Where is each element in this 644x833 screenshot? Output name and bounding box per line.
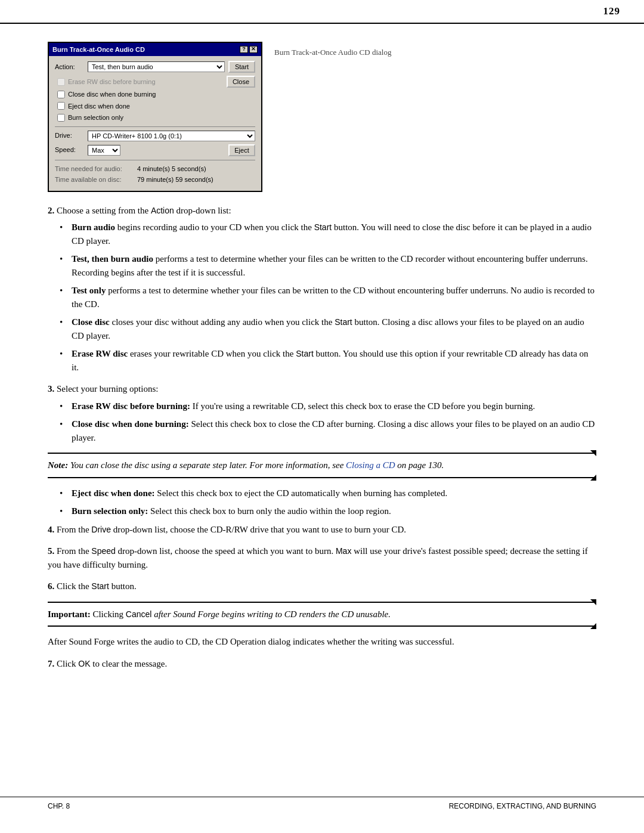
dialog-container: Burn Track-at-Once Audio CD ? ✕ Action: … (48, 42, 596, 192)
checkbox-eject: Eject disc when done (55, 101, 255, 112)
dialog-time-info: Time needed for audio: 4 minute(s) 5 sec… (55, 164, 255, 185)
drive-row: Drive: HP CD-Writer+ 8100 1.0g (0:1) (55, 131, 255, 141)
step-7-text: 7. Click OK to clear the message. (48, 657, 596, 671)
closing-cd-link[interactable]: Closing a CD (346, 460, 395, 470)
step-4-text: 4. From the Drive drop-down list, choose… (48, 523, 596, 537)
after-important: After Sound Forge writes the audio to CD… (48, 635, 596, 649)
dialog-separator2 (55, 160, 255, 160)
bullet-close-disc-done: Close disc when done burning: Select thi… (66, 417, 596, 444)
bullet-burn-audio: Burn audio begins recording audio to you… (66, 221, 596, 247)
step-2: 2. Choose a setting from the Action drop… (48, 204, 596, 374)
step-4-number: 4. (48, 525, 54, 534)
bullet-close-disc-bold: Close disc (72, 317, 110, 327)
step-5: 5. From the Speed drop-down list, choose… (48, 544, 596, 571)
dialog-body: Action: Test, then burn audio Start Eras… (49, 56, 261, 191)
bullet-test-burn-bold: Test, then burn audio (72, 254, 153, 264)
step-2-number: 2. (48, 206, 54, 215)
speed-row: Speed: Max Eject (55, 144, 255, 156)
checkbox-erase-rw-input[interactable] (57, 78, 65, 86)
dialog-title: Burn Track-at-Once Audio CD (52, 45, 145, 55)
checkbox-close-disc-label: Close disc when done burning (68, 89, 156, 100)
drive-select[interactable]: HP CD-Writer+ 8100 1.0g (0:1) (88, 131, 255, 141)
checkbox-burn-selection-label: Burn selection only (68, 113, 123, 123)
checkbox-close-disc-input[interactable] (57, 91, 65, 98)
bullet-test-burn: Test, then burn audio performs a test to… (66, 252, 596, 279)
step-4: 4. From the Drive drop-down list, choose… (48, 523, 596, 537)
bullet-burn-selection-bold: Burn selection only: (72, 506, 148, 516)
important-body: Clicking Cancel after Sound Forge begins… (92, 609, 391, 619)
dialog-close-button[interactable]: ✕ (249, 46, 258, 53)
bullet-burn-audio-bold: Burn audio (72, 222, 115, 232)
dialog-window: Burn Track-at-Once Audio CD ? ✕ Action: … (48, 42, 262, 192)
step-5-number: 5. (48, 546, 54, 556)
checkbox-eject-label: Eject disc when done (68, 101, 130, 112)
time-available-value: 79 minute(s) 59 second(s) (137, 175, 213, 185)
close-button[interactable]: Close (227, 76, 255, 88)
bullet-close-disc: Close disc closes your disc without addi… (66, 315, 596, 342)
bullet-erase-rw-bold: Erase RW disc (72, 349, 128, 358)
important-box: Important: Clicking Cancel after Sound F… (48, 602, 596, 627)
eject-button[interactable]: Eject (228, 144, 255, 156)
footer-chapter-title: RECORDING, EXTRACTING, AND BURNING (449, 801, 596, 812)
time-available-row: Time available on disc: 79 minute(s) 59 … (55, 175, 255, 185)
important-text: Important: Clicking Cancel after Sound F… (48, 608, 596, 621)
important-label: Important: (48, 609, 91, 619)
action-label: Action: (55, 62, 88, 72)
step-3-text: 3. Select your burning options: (48, 382, 596, 396)
step-7: 7. Click OK to clear the message. (48, 657, 596, 671)
checkbox-erase-rw: Erase RW disc before burning Close (55, 76, 255, 88)
step-6-text: 6. Click the Start button. (48, 580, 596, 593)
bullet-test-only-bold: Test only (72, 286, 106, 295)
checkbox-burn-selection: Burn selection only (55, 113, 255, 123)
after-important-text: After Sound Forge writes the audio to CD… (48, 635, 596, 649)
step-3-continued-bullets: Eject disc when done: Select this check … (66, 487, 596, 518)
bullet-test-only: Test only performs a test to determine w… (66, 284, 596, 311)
note-label: Note: (48, 460, 68, 470)
start-button[interactable]: Start (228, 61, 255, 73)
dialog-help-button[interactable]: ? (240, 46, 248, 53)
time-needed-label: Time needed for audio: (55, 164, 132, 174)
bullet-eject-when-done: Eject disc when done: Select this check … (66, 487, 596, 500)
dialog-separator1 (55, 126, 255, 127)
dialog-titlebar: Burn Track-at-Once Audio CD ? ✕ (49, 43, 261, 57)
note-text: Note: You can close the disc using a sep… (48, 459, 596, 472)
drive-label: Drive: (55, 131, 88, 141)
speed-select[interactable]: Max (88, 145, 120, 156)
main-content: Burn Track-at-Once Audio CD ? ✕ Action: … (0, 24, 644, 715)
step-3-number: 3. (48, 384, 54, 394)
checkbox-burn-selection-input[interactable] (57, 114, 65, 122)
time-needed-value: 4 minute(s) 5 second(s) (137, 164, 206, 174)
step-5-text: 5. From the Speed drop-down list, choose… (48, 544, 596, 571)
checkbox-erase-rw-label: Erase RW disc before burning (68, 77, 156, 87)
action-select[interactable]: Test, then burn audio (88, 61, 225, 72)
footer: CHP. 8 RECORDING, EXTRACTING, AND BURNIN… (0, 797, 644, 815)
step-2-text: 2. Choose a setting from the Action drop… (48, 204, 596, 218)
step-2-bullets: Burn audio begins recording audio to you… (66, 221, 596, 374)
step-6-number: 6. (48, 581, 54, 591)
bullet-erase-rw-before-bold: Erase RW disc before burning: (72, 401, 190, 411)
time-available-label: Time available on disc: (55, 175, 132, 185)
bullet-erase-rw-before: Erase RW disc before burning: If you're … (66, 400, 596, 413)
step-7-number: 7. (48, 659, 54, 668)
footer-chapter: CHP. 8 (48, 801, 70, 812)
step-3-bullets: Erase RW disc before burning: If you're … (66, 400, 596, 445)
bullet-eject-when-done-bold: Eject disc when done: (72, 488, 155, 498)
page-number-bar: 129 (0, 0, 644, 24)
speed-label: Speed: (55, 145, 88, 155)
bullet-burn-selection: Burn selection only: Select this check b… (66, 504, 596, 518)
bullet-close-disc-done-bold: Close disc when done burning: (72, 419, 189, 429)
note-box: Note: You can close the disc using a sep… (48, 453, 596, 478)
step-6: 6. Click the Start button. (48, 580, 596, 593)
step-3: 3. Select your burning options: Erase RW… (48, 382, 596, 444)
time-needed-row: Time needed for audio: 4 minute(s) 5 sec… (55, 164, 255, 174)
dialog-caption: Burn Track-at-Once Audio CD dialog (274, 47, 391, 58)
checkbox-eject-input[interactable] (57, 102, 65, 110)
page-number: 129 (603, 4, 621, 19)
bullet-erase-rw: Erase RW disc erases your rewritable CD … (66, 347, 596, 374)
checkbox-close-disc: Close disc when done burning (55, 89, 255, 100)
action-row: Action: Test, then burn audio Start (55, 61, 255, 73)
dialog-titlebar-buttons: ? ✕ (240, 46, 258, 53)
note-body: You can close the disc using a separate … (70, 460, 444, 470)
